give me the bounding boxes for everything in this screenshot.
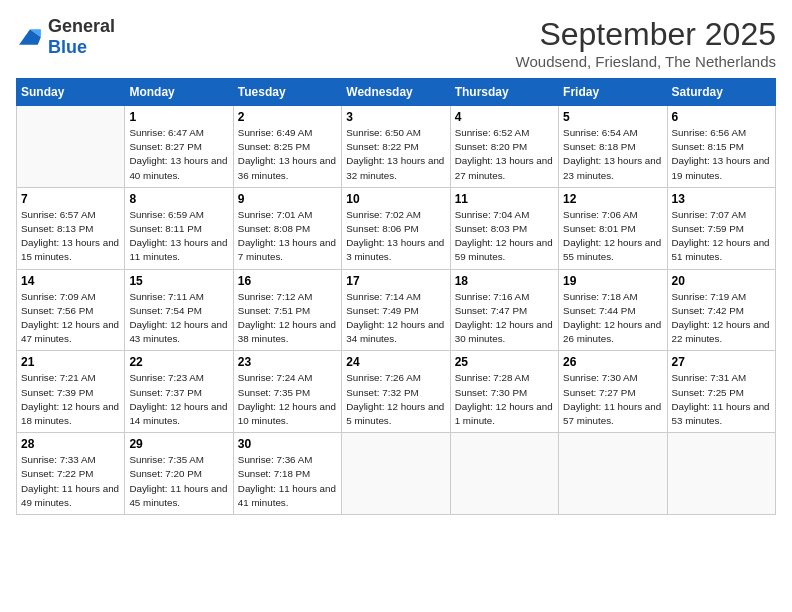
day-number: 6 [672, 110, 771, 124]
day-cell: 7Sunrise: 6:57 AMSunset: 8:13 PMDaylight… [17, 187, 125, 269]
calendar-header: SundayMondayTuesdayWednesdayThursdayFrid… [17, 79, 776, 106]
header-row: SundayMondayTuesdayWednesdayThursdayFrid… [17, 79, 776, 106]
day-info: Sunrise: 7:06 AMSunset: 8:01 PMDaylight:… [563, 208, 662, 265]
header-day-tuesday: Tuesday [233, 79, 341, 106]
day-info: Sunrise: 7:19 AMSunset: 7:42 PMDaylight:… [672, 290, 771, 347]
day-cell: 18Sunrise: 7:16 AMSunset: 7:47 PMDayligh… [450, 269, 558, 351]
day-info: Sunrise: 6:56 AMSunset: 8:15 PMDaylight:… [672, 126, 771, 183]
day-cell: 22Sunrise: 7:23 AMSunset: 7:37 PMDayligh… [125, 351, 233, 433]
day-info: Sunrise: 7:30 AMSunset: 7:27 PMDaylight:… [563, 371, 662, 428]
day-number: 13 [672, 192, 771, 206]
day-info: Sunrise: 6:57 AMSunset: 8:13 PMDaylight:… [21, 208, 120, 265]
page-header: General Blue September 2025 Woudsend, Fr… [16, 16, 776, 70]
day-number: 29 [129, 437, 228, 451]
day-cell: 1Sunrise: 6:47 AMSunset: 8:27 PMDaylight… [125, 106, 233, 188]
day-info: Sunrise: 7:16 AMSunset: 7:47 PMDaylight:… [455, 290, 554, 347]
day-cell: 14Sunrise: 7:09 AMSunset: 7:56 PMDayligh… [17, 269, 125, 351]
day-info: Sunrise: 6:50 AMSunset: 8:22 PMDaylight:… [346, 126, 445, 183]
day-number: 22 [129, 355, 228, 369]
day-number: 5 [563, 110, 662, 124]
day-info: Sunrise: 7:33 AMSunset: 7:22 PMDaylight:… [21, 453, 120, 510]
day-cell: 11Sunrise: 7:04 AMSunset: 8:03 PMDayligh… [450, 187, 558, 269]
day-number: 25 [455, 355, 554, 369]
day-number: 27 [672, 355, 771, 369]
day-cell: 13Sunrise: 7:07 AMSunset: 7:59 PMDayligh… [667, 187, 775, 269]
day-info: Sunrise: 7:11 AMSunset: 7:54 PMDaylight:… [129, 290, 228, 347]
day-cell: 27Sunrise: 7:31 AMSunset: 7:25 PMDayligh… [667, 351, 775, 433]
day-info: Sunrise: 7:23 AMSunset: 7:37 PMDaylight:… [129, 371, 228, 428]
day-cell: 25Sunrise: 7:28 AMSunset: 7:30 PMDayligh… [450, 351, 558, 433]
day-info: Sunrise: 7:04 AMSunset: 8:03 PMDaylight:… [455, 208, 554, 265]
day-cell: 5Sunrise: 6:54 AMSunset: 8:18 PMDaylight… [559, 106, 667, 188]
header-day-wednesday: Wednesday [342, 79, 450, 106]
day-cell [667, 433, 775, 515]
day-info: Sunrise: 7:31 AMSunset: 7:25 PMDaylight:… [672, 371, 771, 428]
day-number: 20 [672, 274, 771, 288]
day-info: Sunrise: 7:07 AMSunset: 7:59 PMDaylight:… [672, 208, 771, 265]
day-number: 1 [129, 110, 228, 124]
day-cell: 8Sunrise: 6:59 AMSunset: 8:11 PMDaylight… [125, 187, 233, 269]
day-info: Sunrise: 6:52 AMSunset: 8:20 PMDaylight:… [455, 126, 554, 183]
day-cell: 20Sunrise: 7:19 AMSunset: 7:42 PMDayligh… [667, 269, 775, 351]
day-number: 14 [21, 274, 120, 288]
day-number: 30 [238, 437, 337, 451]
day-number: 28 [21, 437, 120, 451]
day-info: Sunrise: 7:01 AMSunset: 8:08 PMDaylight:… [238, 208, 337, 265]
day-number: 12 [563, 192, 662, 206]
day-number: 2 [238, 110, 337, 124]
day-info: Sunrise: 7:02 AMSunset: 8:06 PMDaylight:… [346, 208, 445, 265]
day-number: 17 [346, 274, 445, 288]
month-title: September 2025 [516, 16, 776, 53]
day-cell: 12Sunrise: 7:06 AMSunset: 8:01 PMDayligh… [559, 187, 667, 269]
day-cell: 2Sunrise: 6:49 AMSunset: 8:25 PMDaylight… [233, 106, 341, 188]
day-info: Sunrise: 7:12 AMSunset: 7:51 PMDaylight:… [238, 290, 337, 347]
day-cell [17, 106, 125, 188]
header-day-friday: Friday [559, 79, 667, 106]
day-number: 10 [346, 192, 445, 206]
day-cell: 21Sunrise: 7:21 AMSunset: 7:39 PMDayligh… [17, 351, 125, 433]
day-number: 8 [129, 192, 228, 206]
day-number: 9 [238, 192, 337, 206]
logo-text: General Blue [48, 16, 115, 58]
day-number: 26 [563, 355, 662, 369]
day-info: Sunrise: 7:24 AMSunset: 7:35 PMDaylight:… [238, 371, 337, 428]
day-info: Sunrise: 6:49 AMSunset: 8:25 PMDaylight:… [238, 126, 337, 183]
day-cell: 29Sunrise: 7:35 AMSunset: 7:20 PMDayligh… [125, 433, 233, 515]
day-cell [450, 433, 558, 515]
day-cell: 24Sunrise: 7:26 AMSunset: 7:32 PMDayligh… [342, 351, 450, 433]
logo: General Blue [16, 16, 115, 58]
title-block: September 2025 Woudsend, Friesland, The … [516, 16, 776, 70]
day-info: Sunrise: 6:54 AMSunset: 8:18 PMDaylight:… [563, 126, 662, 183]
week-row-0: 1Sunrise: 6:47 AMSunset: 8:27 PMDaylight… [17, 106, 776, 188]
day-number: 11 [455, 192, 554, 206]
day-cell [559, 433, 667, 515]
location-title: Woudsend, Friesland, The Netherlands [516, 53, 776, 70]
calendar-body: 1Sunrise: 6:47 AMSunset: 8:27 PMDaylight… [17, 106, 776, 515]
week-row-1: 7Sunrise: 6:57 AMSunset: 8:13 PMDaylight… [17, 187, 776, 269]
day-number: 18 [455, 274, 554, 288]
day-number: 7 [21, 192, 120, 206]
day-cell: 19Sunrise: 7:18 AMSunset: 7:44 PMDayligh… [559, 269, 667, 351]
day-number: 15 [129, 274, 228, 288]
week-row-3: 21Sunrise: 7:21 AMSunset: 7:39 PMDayligh… [17, 351, 776, 433]
logo-general: General [48, 16, 115, 36]
week-row-4: 28Sunrise: 7:33 AMSunset: 7:22 PMDayligh… [17, 433, 776, 515]
day-number: 16 [238, 274, 337, 288]
day-info: Sunrise: 7:14 AMSunset: 7:49 PMDaylight:… [346, 290, 445, 347]
day-cell: 16Sunrise: 7:12 AMSunset: 7:51 PMDayligh… [233, 269, 341, 351]
header-day-monday: Monday [125, 79, 233, 106]
day-cell: 3Sunrise: 6:50 AMSunset: 8:22 PMDaylight… [342, 106, 450, 188]
day-info: Sunrise: 7:36 AMSunset: 7:18 PMDaylight:… [238, 453, 337, 510]
header-day-thursday: Thursday [450, 79, 558, 106]
day-cell: 4Sunrise: 6:52 AMSunset: 8:20 PMDaylight… [450, 106, 558, 188]
day-cell: 15Sunrise: 7:11 AMSunset: 7:54 PMDayligh… [125, 269, 233, 351]
day-number: 3 [346, 110, 445, 124]
day-info: Sunrise: 6:59 AMSunset: 8:11 PMDaylight:… [129, 208, 228, 265]
logo-blue: Blue [48, 37, 87, 57]
day-number: 4 [455, 110, 554, 124]
day-info: Sunrise: 7:09 AMSunset: 7:56 PMDaylight:… [21, 290, 120, 347]
day-number: 21 [21, 355, 120, 369]
day-cell: 23Sunrise: 7:24 AMSunset: 7:35 PMDayligh… [233, 351, 341, 433]
day-info: Sunrise: 7:21 AMSunset: 7:39 PMDaylight:… [21, 371, 120, 428]
week-row-2: 14Sunrise: 7:09 AMSunset: 7:56 PMDayligh… [17, 269, 776, 351]
